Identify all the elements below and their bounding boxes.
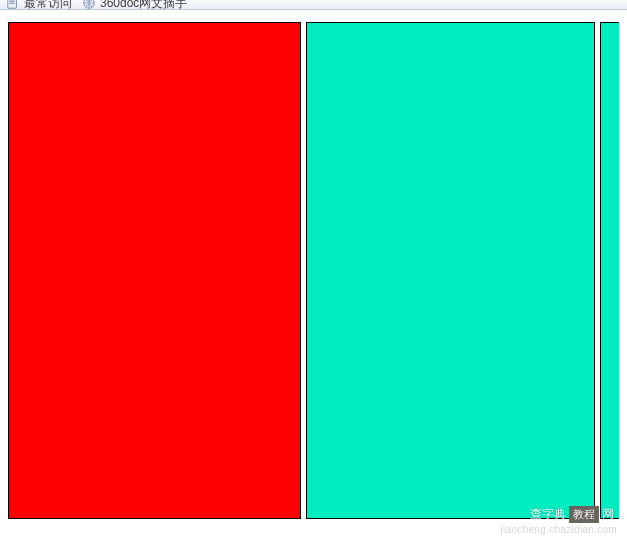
page-icon: [6, 0, 20, 10]
bookmarks-bar: 最常访问 360doc网文摘手: [0, 0, 627, 10]
content-area: 查字典 教程 网 jiaocheng.chazidian.com: [0, 10, 627, 537]
watermark-sub: jiaocheng.chazidian.com: [501, 524, 617, 535]
panel-middle-cyan: [306, 22, 594, 519]
panel-left-red: [8, 22, 301, 519]
svg-rect-3: [10, 3, 15, 4]
bookmark-item-360doc[interactable]: 360doc网文摘手: [82, 0, 187, 10]
svg-rect-0: [8, 0, 17, 8]
bookmark-label: 最常访问: [24, 0, 72, 7]
svg-rect-2: [10, 1, 15, 2]
bookmark-label: 360doc网文摘手: [100, 0, 187, 7]
watermark-brand-right: 网: [599, 505, 617, 524]
watermark: 查字典 教程 网: [527, 505, 617, 524]
watermark-brand-left: 查字典: [527, 505, 569, 524]
panel-right-edge-cyan: [600, 22, 619, 519]
globe-icon: [82, 0, 96, 10]
watermark-brand-mid: 教程: [569, 506, 599, 523]
bookmark-item-most-visited[interactable]: 最常访问: [6, 0, 72, 10]
